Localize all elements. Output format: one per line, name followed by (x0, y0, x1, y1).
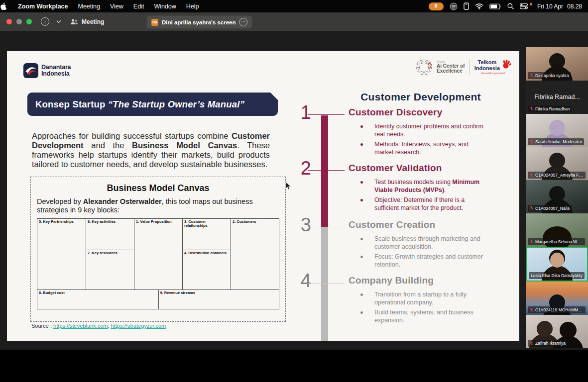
participant-name-label: Lusia Elsa Dika Damayanty (529, 272, 585, 279)
bmc-cell-revenue-streams: 9. Revenue streams (158, 290, 279, 309)
step-number-3: 3 (293, 215, 311, 234)
wifi-icon[interactable] (475, 3, 483, 9)
muted-mic-icon (530, 206, 534, 210)
step-company-building: Company BuildingTransition from a startu… (349, 275, 498, 326)
chevron-down-icon[interactable] (56, 20, 61, 23)
apple-icon[interactable] (0, 2, 15, 10)
bmc-cell-key-partnerships: 5. Key Partnerships (37, 219, 86, 289)
participant-name-label: Dini aprilia syahra (528, 72, 571, 79)
step-bullet: Objective: Determine if there is a suffi… (360, 196, 485, 212)
step-tick-1 (308, 114, 345, 115)
battery-icon[interactable] (489, 3, 501, 9)
macos-menu-bar: Zoom Workplace MeetingViewEditWindowHelp… (0, 0, 588, 12)
meeting-participants-icon (70, 18, 78, 25)
menu-items: MeetingViewEditWindowHelp (73, 3, 204, 10)
step-tick-3 (308, 227, 345, 227)
participant-name: Zafirah Ikramiya (535, 341, 566, 346)
participant-name: Margaretha Selvina W_... (535, 239, 583, 244)
telkom-indonesia-logo: Telkom Indonesia the world in your hand (474, 60, 512, 75)
participant-tile[interactable]: Lusia Elsa Dika Damayanty (526, 247, 588, 282)
step-bullet: Identify customer problems and confirm r… (360, 122, 485, 139)
participant-name: Lusia Elsa Dika Damayanty (531, 273, 583, 278)
muted-mic-icon (530, 308, 534, 312)
notification-dot (530, 3, 532, 5)
participant-tile[interactable]: Dini aprilia syahra (526, 47, 588, 81)
app-name[interactable]: Zoom Workplace (18, 3, 68, 10)
telkom-hand-icon (501, 60, 512, 70)
menu-item-window[interactable]: Window (154, 3, 176, 10)
participant-tile[interactable]: Zafirah Ikramiya (526, 315, 588, 348)
mic-status-icon[interactable] (429, 2, 444, 10)
participant-name-label: Zafirah Ikramiya (528, 340, 568, 347)
menu-item-view[interactable]: View (110, 3, 123, 10)
input-source-icon[interactable] (450, 2, 458, 10)
meeting-window-label: Meeting (82, 18, 104, 25)
step-bullet: Scale business through marketing and cus… (360, 235, 485, 251)
menu-item-edit[interactable]: Edit (133, 3, 144, 10)
participant-tile[interactable]: C1A024007_Naila (526, 180, 588, 213)
danantara-logo: Danantara Indonesia (23, 63, 71, 78)
step-heading: Customer Discovery (349, 107, 498, 118)
slide-title-banner: Konsep Startup “The Startup Owner’s Manu… (27, 93, 278, 116)
participant-tile[interactable]: Sarah Amalia_Moderator (526, 114, 588, 147)
timeline-bar (321, 115, 328, 341)
participant-name: Sarah Amalia_Moderator (535, 139, 582, 144)
participant-tile[interactable]: Margaretha Selvina W_... (526, 213, 588, 247)
bmc-table: 5. Key Partnerships 6. Key activities 1.… (37, 218, 279, 309)
bmc-subtext: Developed by Alexander Osterwalder, this… (37, 197, 279, 214)
step-heading: Company Building (349, 275, 498, 286)
telkom-tagline: the world in your hand (481, 73, 505, 75)
participant-name: C1A024057_Ameylia Fa... (535, 173, 584, 178)
zoom-window-button[interactable] (26, 19, 32, 24)
zoom-window-titlebar: i Meeting Da Dini aprilia syahra's scree… (0, 12, 588, 31)
aicoe-line2: Excellence (437, 69, 465, 74)
menu-item-help[interactable]: Help (186, 3, 199, 10)
logo-divider (470, 60, 470, 75)
tab-more-icon[interactable]: ⋯ (239, 18, 247, 26)
mouse-cursor (285, 182, 292, 191)
step-bullet: Transition from a startup to a fully ope… (360, 290, 485, 307)
participant-initials-badge: Da (151, 19, 158, 26)
participant-name-label: Margaretha Selvina W_... (528, 238, 585, 245)
participant-name-label: C1A024007_Naila (528, 205, 572, 212)
close-window-button[interactable] (6, 19, 12, 24)
source-link-strategyzer[interactable]: https://strategyzer.com (111, 323, 166, 329)
step-heading: Customer Creation (349, 219, 498, 230)
step-number-1: 1 (293, 103, 311, 122)
participant-name: C1A024119 MOHAMMA... (535, 307, 584, 312)
muted-mic-icon (530, 73, 534, 78)
participant-tile[interactable]: C1A024057_Ameylia Fa... (526, 147, 588, 180)
step-bullet: Build teams, systems, and business expan… (360, 308, 485, 325)
danantara-logo-icon (23, 63, 38, 78)
muted-mic-icon (530, 173, 534, 178)
slide-title-quoted: “The Startup Owner’s Manual” (108, 99, 244, 109)
minimize-window-button[interactable] (16, 19, 22, 24)
step-tick-4 (308, 283, 345, 284)
muted-mic-icon (530, 239, 534, 244)
source-line: Source : https://steveblank.com, https:/… (31, 323, 166, 329)
participant-name-label: Sarah Amalia_Moderator (528, 138, 584, 145)
step-number-4: 4 (293, 271, 311, 290)
control-center-icon[interactable] (520, 3, 528, 9)
menu-item-meeting[interactable]: Meeting (78, 3, 100, 10)
muted-mic-icon (530, 341, 534, 346)
bmc-cell-value-proposition: 1. Value Proposition (134, 219, 182, 289)
time-text: 08.28 (567, 3, 582, 10)
participant-tile[interactable]: C1A024119 MOHAMMA... (526, 282, 588, 315)
participants-sidebar: Dini aprilia syahraFibrika Ramad...Fibri… (526, 47, 588, 348)
display-mirroring-icon[interactable] (464, 2, 469, 10)
bmc-cell-key-activities: 6. Key activities (86, 219, 134, 250)
participant-tile[interactable]: Fibrika Ramad...Fibrika Ramadhan (526, 81, 588, 114)
search-icon[interactable] (507, 3, 514, 9)
shared-screen-tab[interactable]: Da Dini aprilia syahra's screen ⋯ (147, 16, 252, 28)
menu-bar-clock[interactable]: Fri 10 Apr 08.28 (537, 3, 582, 10)
partner-logos: Telkom Ai Center of Excellence Telkom In… (416, 59, 512, 76)
info-button[interactable]: i (41, 17, 49, 26)
bmc-cell-customers: 2. Customers (231, 219, 279, 289)
source-link-steveblank[interactable]: https://steveblank.com (53, 323, 108, 329)
aicoe-logo-icon (416, 59, 432, 76)
step-heading: Customer Validation (349, 163, 498, 174)
step-tick-2 (308, 170, 345, 171)
step-bullet: Methods: Interviews, surveys, and market… (360, 140, 485, 157)
bmc-cell-customer-relationships: 3. Customer relationships (182, 219, 231, 250)
